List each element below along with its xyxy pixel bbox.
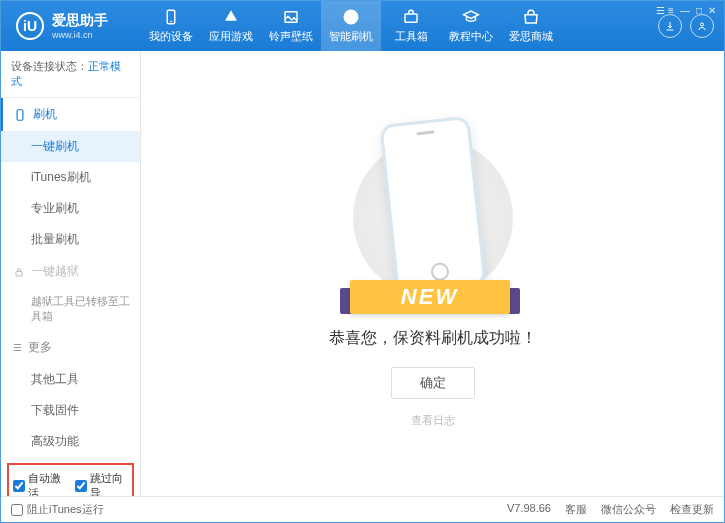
phone-icon xyxy=(162,8,180,26)
footer: 阻止iTunes运行 V7.98.66 客服 微信公众号 检查更新 xyxy=(1,496,724,522)
close-icon[interactable]: ✕ xyxy=(708,5,716,16)
success-message: 恭喜您，保资料刷机成功啦！ xyxy=(329,328,537,349)
nav-toolbox[interactable]: 工具箱 xyxy=(381,1,441,51)
titlebar-actions xyxy=(658,14,724,38)
footer-link-support[interactable]: 客服 xyxy=(565,502,587,517)
section-jailbreak-header: 一键越狱 xyxy=(1,255,140,288)
checkbox-highlight: 自动激活 跳过向导 xyxy=(7,463,134,496)
app-subtitle: www.i4.cn xyxy=(52,30,108,40)
section-more-header[interactable]: ☰ 更多 xyxy=(1,331,140,364)
user-button[interactable] xyxy=(690,14,714,38)
hamburger-icon: ☰ xyxy=(13,342,22,353)
nav-tutorials[interactable]: 教程中心 xyxy=(441,1,501,51)
sidebar-item-batch[interactable]: 批量刷机 xyxy=(1,224,140,255)
footer-link-wechat[interactable]: 微信公众号 xyxy=(601,502,656,517)
logo: iU 爱思助手 www.i4.cn xyxy=(1,12,141,40)
sidebar-item-firmware[interactable]: 下载固件 xyxy=(1,395,140,426)
phone-small-icon xyxy=(13,108,27,122)
app-window: ☰ ≡ — □ ✕ iU 爱思助手 www.i4.cn 我的设备 应用游戏 铃声… xyxy=(0,0,725,523)
nav-ringtones[interactable]: 铃声壁纸 xyxy=(261,1,321,51)
download-icon xyxy=(664,20,676,32)
minimize-icon[interactable]: — xyxy=(680,5,690,16)
flash-icon xyxy=(342,8,360,26)
sidebar: 设备连接状态：正常模式 刷机 一键刷机 iTunes刷机 专业刷机 批量刷机 一… xyxy=(1,51,141,496)
version-label: V7.98.66 xyxy=(507,502,551,517)
svg-rect-6 xyxy=(16,271,22,276)
nav-my-device[interactable]: 我的设备 xyxy=(141,1,201,51)
ok-button[interactable]: 确定 xyxy=(391,367,475,399)
user-icon xyxy=(696,20,708,32)
checkbox-block-itunes[interactable]: 阻止iTunes运行 xyxy=(11,502,104,517)
sidebar-item-advanced[interactable]: 高级功能 xyxy=(1,426,140,457)
main-nav: 我的设备 应用游戏 铃声壁纸 智能刷机 工具箱 教程中心 xyxy=(141,1,658,51)
sidebar-item-itunes[interactable]: iTunes刷机 xyxy=(1,162,140,193)
footer-right: V7.98.66 客服 微信公众号 检查更新 xyxy=(507,502,714,517)
nav-store[interactable]: 爱思商城 xyxy=(501,1,561,51)
checkbox-skip-guide[interactable]: 跳过向导 xyxy=(75,471,129,496)
section-flash-header[interactable]: 刷机 xyxy=(1,98,140,131)
sidebar-item-other[interactable]: 其他工具 xyxy=(1,364,140,395)
store-icon xyxy=(522,8,540,26)
view-log-link[interactable]: 查看日志 xyxy=(411,413,455,428)
sidebar-item-oneclick[interactable]: 一键刷机 xyxy=(1,131,140,162)
tutorial-icon xyxy=(462,8,480,26)
svg-rect-5 xyxy=(17,109,23,120)
body: 设备连接状态：正常模式 刷机 一键刷机 iTunes刷机 专业刷机 批量刷机 一… xyxy=(1,51,724,496)
nav-flash[interactable]: 智能刷机 xyxy=(321,1,381,51)
logo-icon: iU xyxy=(16,12,44,40)
apps-icon xyxy=(222,8,240,26)
main-content: NEW 恭喜您，保资料刷机成功啦！ 确定 查看日志 xyxy=(141,51,724,496)
footer-link-update[interactable]: 检查更新 xyxy=(670,502,714,517)
svg-point-4 xyxy=(701,23,704,26)
checkbox-auto-activate[interactable]: 自动激活 xyxy=(13,471,67,496)
nav-apps[interactable]: 应用游戏 xyxy=(201,1,261,51)
section-flash: 刷机 一键刷机 iTunes刷机 专业刷机 批量刷机 xyxy=(1,98,140,255)
svg-rect-3 xyxy=(405,14,417,22)
lock-icon xyxy=(13,266,25,278)
app-title: 爱思助手 xyxy=(52,12,108,30)
success-illustration: NEW xyxy=(358,120,508,310)
jailbreak-note: 越狱工具已转移至工具箱 xyxy=(1,288,140,331)
wallpaper-icon xyxy=(282,8,300,26)
download-button[interactable] xyxy=(658,14,682,38)
toolbox-icon xyxy=(402,8,420,26)
titlebar: iU 爱思助手 www.i4.cn 我的设备 应用游戏 铃声壁纸 智能刷机 xyxy=(1,1,724,51)
window-controls: ☰ ≡ — □ ✕ xyxy=(656,5,716,16)
menu-icon[interactable]: ☰ ≡ xyxy=(656,5,674,16)
maximize-icon[interactable]: □ xyxy=(696,5,702,16)
sidebar-item-pro[interactable]: 专业刷机 xyxy=(1,193,140,224)
connection-status: 设备连接状态：正常模式 xyxy=(1,51,140,98)
